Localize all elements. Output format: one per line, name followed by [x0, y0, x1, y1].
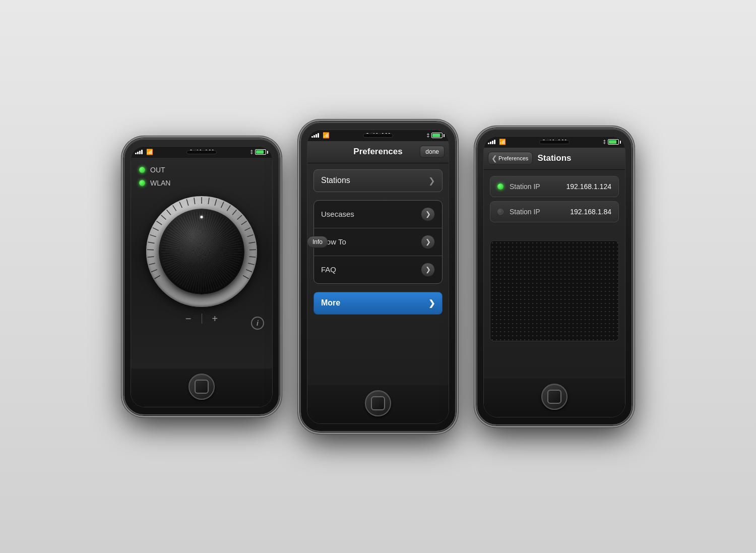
station-item-2[interactable]: Station IP 192.168.1.84: [490, 201, 619, 222]
battery-3: [608, 139, 621, 145]
signal-bar-4: [141, 150, 143, 154]
faq-chevron-icon: ❯: [425, 266, 431, 273]
knob-outer-ring[interactable]: // Drawn inline via SVG: [146, 196, 257, 307]
home-btn-inner-1: [195, 380, 209, 394]
battery-cap-1: [267, 151, 268, 154]
svg-line-29: [246, 269, 252, 272]
svg-line-27: [249, 256, 256, 257]
svg-line-16: [208, 198, 209, 204]
wifi-icon-3: 📶: [499, 139, 506, 145]
status-right-1: ‡: [250, 149, 268, 155]
stations-nav: ❮ Preferences Stations: [484, 148, 625, 170]
more-button[interactable]: More ❯: [313, 292, 443, 315]
status-right-2: ‡: [426, 133, 445, 138]
home-button-1[interactable]: [188, 374, 215, 400]
prefs-content: Stations ❯ Info Usecases ❯: [307, 163, 449, 385]
station-ip-1: 192.168.1.124: [566, 182, 611, 191]
signal-bar-1: [135, 153, 137, 154]
wifi-icon-1: 📶: [146, 149, 153, 155]
signal-bar-3: [139, 151, 141, 154]
svg-line-3: [148, 256, 154, 257]
done-button[interactable]: done: [420, 146, 445, 158]
knob-dial[interactable]: [159, 209, 244, 294]
howto-chevron-btn[interactable]: ❯: [421, 235, 435, 249]
back-button[interactable]: ❮ Preferences: [488, 152, 533, 165]
howto-item[interactable]: How To ❯: [314, 228, 442, 256]
faq-chevron-btn[interactable]: ❯: [421, 263, 435, 277]
info-bubble: Info: [307, 236, 328, 248]
svg-line-0: [154, 275, 160, 279]
status-left-3: 📶: [488, 139, 506, 145]
battery-1: [255, 149, 268, 155]
back-chevron-icon: ❮: [491, 154, 497, 162]
home-button-3[interactable]: [541, 384, 568, 410]
station-item-1[interactable]: Station IP 192.168.1.124: [490, 176, 619, 197]
home-area-1: [131, 368, 272, 407]
knob-area: // Drawn inline via SVG: [131, 191, 272, 307]
grille-dots: [490, 241, 618, 341]
screen-3-container: 📶 9:41 AM ‡: [483, 136, 625, 417]
bluetooth-icon-1: ‡: [250, 149, 253, 155]
battery-fill-1: [256, 150, 264, 154]
bluetooth-icon-3: ‡: [603, 139, 606, 145]
svg-line-28: [248, 263, 255, 264]
station-label-1: Station IP: [510, 182, 540, 191]
info-button[interactable]: i: [251, 317, 264, 330]
station-label-2: Station IP: [510, 208, 540, 216]
home-button-2[interactable]: [365, 390, 391, 416]
battery-2: [431, 133, 445, 138]
faq-label: FAQ: [321, 265, 336, 274]
speaker-grille: [490, 240, 619, 341]
led-wlan: [139, 180, 145, 186]
nav-bar-2: Preferences done: [307, 141, 449, 163]
station-list: Station IP 192.168.1.124 Station IP 192.…: [484, 170, 625, 232]
stations-chevron: ❯: [428, 176, 435, 186]
svg-line-7: [153, 227, 159, 230]
svg-line-30: [243, 275, 248, 279]
signal-bar-2: [137, 152, 139, 154]
signal-bars-1: [135, 150, 143, 154]
home-btn-inner-3: [547, 390, 561, 404]
indicator-out: OUT: [139, 166, 264, 174]
stations-label: Stations: [321, 176, 350, 185]
speaker-2: [363, 134, 393, 138]
station-ip-2: 192.168.1.84: [570, 208, 611, 216]
signal-bars-2: [311, 133, 319, 138]
volume-down[interactable]: −: [185, 313, 192, 325]
scene: 📶 9:41 AM ‡: [103, 91, 653, 462]
phone1-screen: 📶 9:41 AM ‡: [131, 147, 272, 368]
knob-separator: [202, 314, 202, 324]
more-label: More: [321, 298, 340, 308]
home-area-2: [307, 385, 449, 423]
screen-2-container: 📶 9:41 AM ‡ Prefer: [307, 130, 449, 424]
svg-line-12: [179, 202, 182, 208]
status-left-1: 📶: [135, 149, 153, 155]
volume-up[interactable]: +: [212, 313, 218, 325]
iphone-2: 📶 9:41 AM ‡ Prefer: [300, 121, 456, 432]
info-section: Info Usecases ❯ How To ❯: [313, 200, 443, 284]
back-label: Preferences: [498, 155, 528, 161]
status-right-3: ‡: [603, 139, 621, 145]
usecases-chevron-btn[interactable]: ❯: [421, 207, 435, 221]
svg-line-5: [148, 242, 155, 243]
faq-item[interactable]: FAQ ❯: [314, 256, 442, 283]
signal-bars-3: [488, 140, 495, 144]
indicator-wlan: WLAN: [139, 179, 264, 187]
usecases-chevron-icon: ❯: [425, 210, 431, 218]
stations-button[interactable]: Stations ❯: [313, 169, 443, 192]
bluetooth-icon-2: ‡: [426, 133, 429, 138]
howto-chevron-icon: ❯: [425, 238, 431, 245]
svg-line-21: [237, 215, 242, 219]
svg-line-10: [167, 210, 171, 215]
home-area-3: [484, 379, 625, 417]
knob-controls: − + i: [131, 307, 272, 331]
usecases-item[interactable]: Usecases ❯: [314, 201, 442, 228]
phone2-screen: 📶 9:41 AM ‡ Prefer: [307, 130, 449, 385]
svg-line-2: [149, 263, 155, 264]
svg-line-23: [244, 227, 250, 230]
svg-line-25: [249, 242, 256, 243]
usecases-label: Usecases: [321, 210, 354, 218]
phone3-screen: 📶 9:41 AM ‡: [484, 137, 625, 379]
svg-line-17: [215, 199, 217, 205]
indicators: OUT WLAN: [131, 158, 272, 191]
